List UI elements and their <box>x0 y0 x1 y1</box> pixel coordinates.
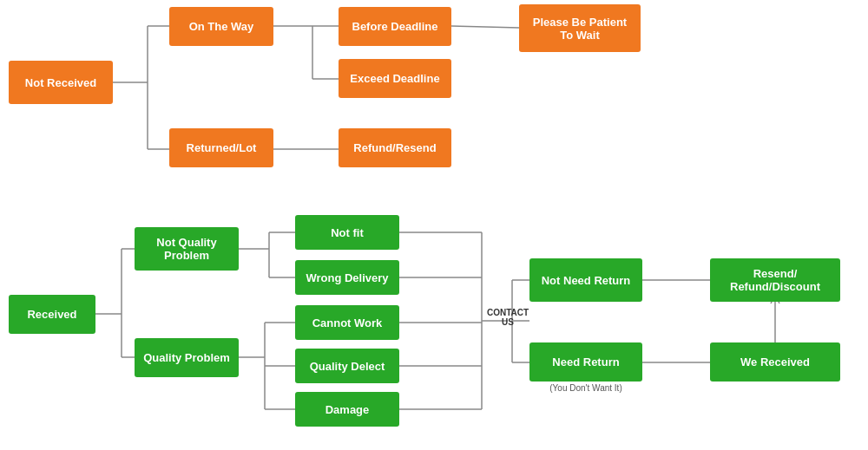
not-need-return-node: Not Need Return <box>529 258 642 302</box>
on-the-way-node: On The Way <box>169 7 273 46</box>
we-received-node: We Received <box>710 342 840 382</box>
returned-lot-node: Returned/Lot <box>169 128 273 167</box>
before-deadline-node: Before Deadline <box>339 7 451 46</box>
please-be-patient-node: Please Be Patient To Wait <box>519 4 641 52</box>
resend-refund-node: Resend/ Refund/Discount <box>710 258 840 302</box>
damage-node: Damage <box>295 392 399 427</box>
quality-defect-node: Quality Delect <box>295 349 399 383</box>
not-fit-node: Not fit <box>295 215 399 250</box>
not-quality-problem-node: Not Quality Problem <box>135 227 239 271</box>
flowchart-diagram: Not Received On The Way Returned/Lot Bef… <box>0 0 868 450</box>
svg-line-8 <box>451 26 519 28</box>
exceed-deadline-node: Exceed Deadline <box>339 59 451 98</box>
quality-problem-node: Quality Problem <box>135 338 239 377</box>
need-return-node: Need Return <box>529 342 642 382</box>
cannot-work-node: Cannot Work <box>295 305 399 340</box>
contact-us-label: CONTACT US <box>486 308 529 327</box>
you-dont-want-label: (You Don't Want It) <box>521 383 651 393</box>
wrong-delivery-node: Wrong Delivery <box>295 260 399 295</box>
not-received-node: Not Received <box>9 61 113 104</box>
refund-resend-node: Refund/Resend <box>339 128 451 167</box>
received-node: Received <box>9 295 95 334</box>
